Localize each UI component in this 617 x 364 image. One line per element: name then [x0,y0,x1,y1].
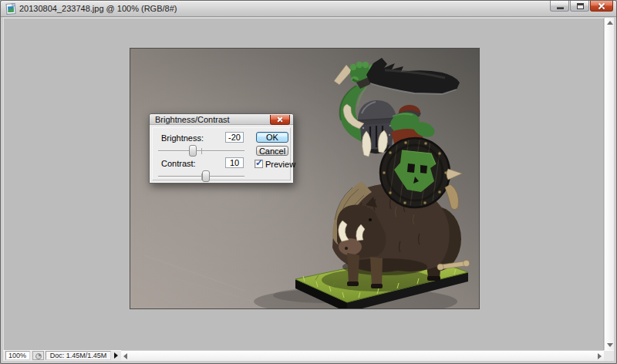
scroll-down-icon[interactable] [607,343,613,347]
contrast-input[interactable] [225,157,244,168]
brightness-input[interactable] [225,132,244,143]
minimize-button[interactable] [550,1,569,12]
brightness-slider-thumb[interactable] [189,145,197,157]
cancel-button[interactable]: Cancel [256,146,288,156]
doc-size-text: Doc: 1.45M/1.45M [50,352,107,359]
ok-button[interactable]: OK [256,132,288,143]
dialog-close-button[interactable] [270,115,290,125]
window-titlebar[interactable]: 20130804_233748.jpg @ 100% (RGB/8#) [1,1,616,17]
maximize-button[interactable] [570,1,589,12]
scroll-up-icon[interactable] [607,21,613,25]
status-popup-arrow-icon[interactable] [114,352,118,359]
brightness-label: Brightness: [161,133,204,143]
contrast-label: Contrast: [161,159,196,168]
canvas-background [3,18,604,350]
contrast-slider-thumb[interactable] [202,170,210,182]
close-button[interactable] [590,1,613,12]
status-menu-button[interactable] [32,351,44,360]
preview-checkbox[interactable]: ✓ [255,160,263,168]
preview-label: Preview [265,160,295,169]
contrast-slider[interactable] [158,170,244,182]
doc-size-panel: Doc: 1.45M/1.45M [46,351,111,360]
zoom-level-field[interactable]: 100% [5,351,30,360]
status-bar: 100% Doc: 1.45M/1.45M [3,350,614,361]
document-client-area: 100% Doc: 1.45M/1.45M [3,18,614,361]
dialog-title: Brightness/Contrast [155,114,230,125]
minimize-icon [557,7,564,9]
status-menu-icon [35,353,42,359]
maximize-icon [577,3,584,9]
brightness-slider[interactable] [158,145,244,157]
photoshop-document-window: 20130804_233748.jpg @ 100% (RGB/8#) [0,0,617,364]
brightness-contrast-dialog: Brightness/Contrast Brightness: Contrast… [149,113,294,184]
checkmark-icon: ✓ [255,157,263,168]
scroll-left-icon[interactable] [123,353,127,359]
zoom-level-value: 100% [8,352,26,359]
scroll-right-icon[interactable] [598,353,602,359]
window-controls [549,1,613,12]
vertical-scrollbar[interactable] [604,18,614,350]
document-file-icon[interactable] [5,3,17,15]
window-title: 20130804_233748.jpg @ 100% (RGB/8#) [19,1,177,17]
horizontal-scrollbar[interactable] [121,350,604,361]
dialog-titlebar[interactable]: Brightness/Contrast [150,114,293,125]
